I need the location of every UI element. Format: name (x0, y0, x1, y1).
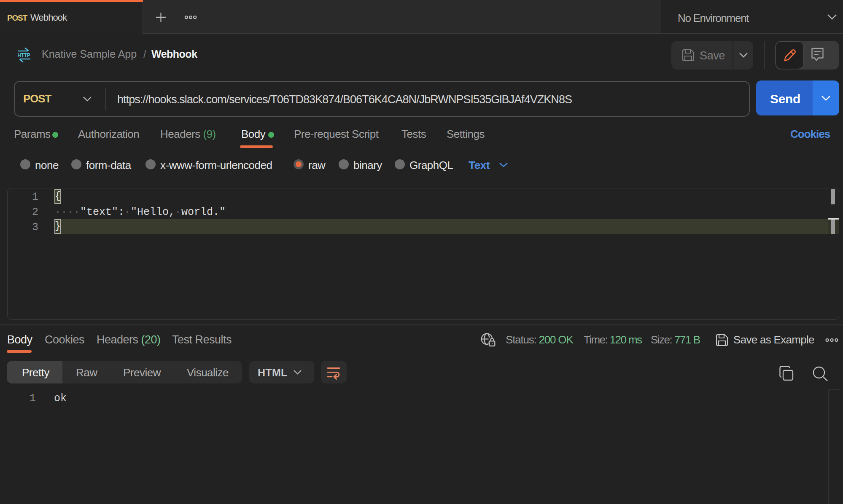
svg-text:HTTP: HTTP (18, 51, 30, 59)
